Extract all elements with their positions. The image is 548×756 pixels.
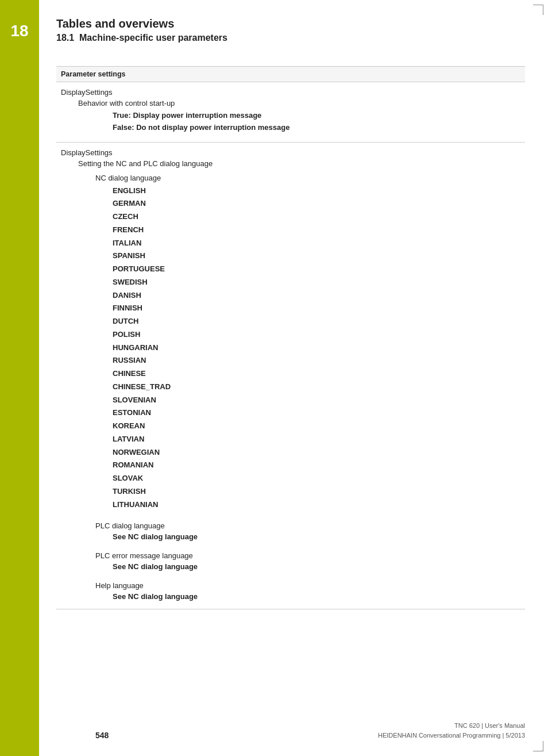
chapter-title: Tables and overviews (56, 17, 174, 30)
nc-dialog-language-label: NC dialog language (95, 174, 520, 182)
page-footer: 548 TNC 620 | User's Manual HEIDENHAIN C… (78, 721, 548, 740)
lang-lithuanian: LITHUANIAN (113, 498, 520, 512)
lang-turkish: TURKISH (113, 485, 520, 498)
main-content: Tables and overviews 18.1 Machine-specif… (39, 0, 548, 756)
section-title: Machine-specific user parameters (79, 33, 227, 43)
lang-chinese-trad: CHINESE_TRAD (113, 381, 520, 394)
plc-error-language-label: PLC error message language (95, 551, 520, 560)
lang-chinese: CHINESE (113, 367, 520, 381)
language-list: ENGLISH GERMAN CZECH FRENCH ITALIAN SPAN… (113, 185, 520, 512)
chapter-number: 18 (0, 22, 39, 40)
plc-error-subsection: PLC error message language See NC dialog… (61, 551, 520, 571)
lang-spanish: SPANISH (113, 250, 520, 263)
help-language-label: Help language (95, 581, 520, 590)
lang-latvian: LATVIAN (113, 433, 520, 446)
lang-czech: CZECH (113, 210, 520, 224)
lang-romanian: ROMANIAN (113, 459, 520, 472)
lang-slovak: SLOVAK (113, 472, 520, 485)
section-heading: 18.1 Machine-specific user parameters (56, 33, 525, 43)
footer-page-number: 548 (95, 731, 109, 740)
lang-norwegian: NORWEGIAN (113, 446, 520, 459)
param-header: Parameter settings (56, 67, 525, 82)
lang-hungarian: HUNGARIAN (113, 341, 520, 355)
footer-doc-line1: TNC 620 | User's Manual (378, 721, 525, 731)
footer-doc-info: TNC 620 | User's Manual HEIDENHAIN Conve… (378, 721, 525, 740)
lang-slovenian: SLOVENIAN (113, 394, 520, 407)
parameter-table: Parameter settings DisplaySettings Behav… (56, 66, 525, 609)
plc-error-see-note: See NC dialog language (113, 562, 520, 571)
lang-french: FRENCH (113, 224, 520, 237)
display-settings-label-2: DisplaySettings (61, 148, 520, 157)
plc-dialog-subsection: PLC dialog language See NC dialog langua… (61, 521, 520, 541)
behavior-label: Behavior with control start-up (78, 99, 520, 108)
sidebar: 18 (0, 0, 39, 756)
table-row-block-1: DisplaySettings Behavior with control st… (56, 82, 525, 143)
help-language-see-note: See NC dialog language (113, 592, 520, 601)
plc-dialog-see-note: See NC dialog language (113, 532, 520, 541)
false-value: False: Do not display power interruption… (113, 122, 520, 134)
lang-korean: KOREAN (113, 420, 520, 433)
lang-dutch: DUTCH (113, 315, 520, 328)
help-language-subsection: Help language See NC dialog language (61, 581, 520, 601)
display-settings-label-1: DisplaySettings (61, 88, 520, 97)
true-value: True: Display power interruption message (113, 110, 520, 122)
lang-estonian: ESTONIAN (113, 406, 520, 420)
lang-polish: POLISH (113, 328, 520, 341)
lang-portuguese: PORTUGUESE (113, 263, 520, 276)
lang-swedish: SWEDISH (113, 276, 520, 289)
nc-plc-dialog-label: Setting the NC and PLC dialog language (78, 159, 520, 168)
lang-italian: ITALIAN (113, 237, 520, 250)
lang-english: ENGLISH (113, 185, 520, 198)
section-number: 18.1 (56, 33, 74, 43)
lang-russian: RUSSIAN (113, 354, 520, 367)
table-row-block-2: DisplaySettings Setting the NC and PLC d… (56, 143, 525, 610)
lang-finnish: FINNISH (113, 302, 520, 315)
page-container: 18 Tables and overviews 18.1 Machine-spe… (0, 0, 548, 756)
lang-german: GERMAN (113, 197, 520, 210)
plc-dialog-language-label: PLC dialog language (95, 521, 520, 530)
footer-doc-line2: HEIDENHAIN Conversational Programming | … (378, 731, 525, 740)
nc-dialog-subsection: NC dialog language ENGLISH GERMAN CZECH … (61, 174, 520, 512)
lang-danish: DANISH (113, 289, 520, 302)
chapter-heading: Tables and overviews (56, 17, 525, 30)
